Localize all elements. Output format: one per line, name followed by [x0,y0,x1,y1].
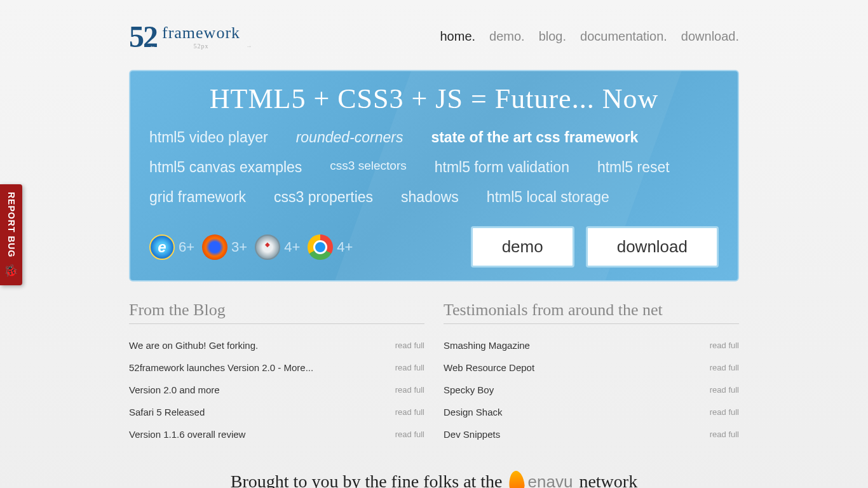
report-bug-tab[interactable]: REPORT BUG 🐞 [0,184,22,285]
blog-item: Version 2.0 and moreread full [129,379,424,401]
bug-icon: 🐞 [4,264,18,278]
browser-version: 6+ [179,239,194,255]
read-full-link[interactable]: read full [710,385,739,395]
testimonial-item-title[interactable]: Smashing Magazine [444,340,530,351]
blog-item: Version 1.1.6 overall reviewread full [129,423,424,445]
browser-ie: 6+ [149,234,194,260]
demo-button[interactable]: demo [471,226,574,268]
feature-cloud: html5 video playerrounded-cornersstate o… [149,126,719,217]
nav-link-documentation[interactable]: documentation. [580,29,667,44]
blog-heading: From the Blog [129,301,424,324]
nav-link-demo[interactable]: demo. [489,29,525,44]
testimonial-item-title[interactable]: Web Resource Depot [444,362,534,373]
footer-brand-link[interactable]: enavu [509,471,573,488]
browser-version: 3+ [231,239,247,255]
blog-item-title[interactable]: Version 1.1.6 overall review [129,429,245,440]
testimonials-heading: Testimonials from around the net [444,301,739,324]
logo[interactable]: 52 framework 52px [129,19,240,54]
read-full-link[interactable]: read full [395,430,424,439]
testimonial-item-title[interactable]: Design Shack [444,407,503,417]
download-button[interactable]: download [586,226,719,268]
feature-tag[interactable]: html5 local storage [487,189,609,206]
feature-tag[interactable]: html5 reset [597,159,670,176]
footer-post: network [579,471,637,488]
feature-tag[interactable]: grid framework [149,189,246,206]
testimonials-column: Testimonials from around the net Smashin… [444,301,739,445]
flame-icon [508,470,525,488]
read-full-link[interactable]: read full [710,341,739,350]
read-full-link[interactable]: read full [710,407,739,417]
testimonial-item: Design Shackread full [444,401,739,423]
nav-link-blog[interactable]: blog. [539,29,566,44]
feature-tag[interactable]: html5 form validation [435,159,569,176]
browser-chrome: 4+ [308,234,353,260]
read-full-link[interactable]: read full [395,407,424,417]
browser-version: 4+ [284,239,300,255]
nav-link-download[interactable]: download. [681,29,739,44]
footer-pre: Brought to you by the fine folks at the [231,471,503,488]
testimonial-item: Smashing Magazineread full [444,334,739,356]
read-full-link[interactable]: read full [710,430,739,439]
firefox-icon [202,234,227,260]
feature-tag[interactable]: shadows [401,189,459,206]
hero-title: HTML5 + CSS3 + JS = Future... Now [149,83,719,115]
logo-subtext: 52px [162,43,240,50]
testimonial-item-title[interactable]: Specky Boy [444,384,494,395]
blog-item-title[interactable]: Version 2.0 and more [129,384,220,395]
testimonial-item-title[interactable]: Dev Snippets [444,429,500,440]
browser-firefox: 3+ [202,234,247,260]
testimonial-item: Web Resource Depotread full [444,356,739,379]
chrome-icon [308,234,333,260]
logo-text: framework [162,24,240,43]
blog-item-title[interactable]: We are on Github! Get forking. [129,340,258,351]
blog-item-title[interactable]: Safari 5 Released [129,407,205,417]
read-full-link[interactable]: read full [395,341,424,350]
blog-column: From the Blog We are on Github! Get fork… [129,301,424,445]
feature-tag[interactable]: css3 selectors [330,159,406,176]
testimonial-item: Specky Boyread full [444,379,739,401]
blog-item-title[interactable]: 52framework launches Version 2.0 - More.… [129,362,313,373]
browser-version: 4+ [337,239,353,255]
browser-safari: 4+ [255,234,300,260]
browser-support: 6+3+4+4+ [149,234,353,260]
hero-banner: HTML5 + CSS3 + JS = Future... Now html5 … [129,70,739,281]
feature-tag[interactable]: html5 canvas examples [149,159,302,176]
footer: Brought to you by the fine folks at the … [129,471,739,488]
safari-icon [255,234,280,260]
read-full-link[interactable]: read full [710,363,739,372]
read-full-link[interactable]: read full [395,385,424,395]
feature-tag[interactable]: html5 video player [149,129,268,146]
header: 52 framework 52px home.demo.blog.documen… [129,13,739,70]
feature-tag[interactable]: css3 properties [274,189,373,206]
testimonial-item: Dev Snippetsread full [444,423,739,445]
blog-item: We are on Github! Get forking.read full [129,334,424,356]
feature-tag[interactable]: state of the art css framework [431,129,638,146]
footer-brand: enavu [528,472,573,489]
ie-icon [149,234,175,260]
report-bug-label: REPORT BUG [6,192,17,257]
read-full-link[interactable]: read full [395,363,424,372]
nav-link-home[interactable]: home. [440,29,475,44]
blog-item: 52framework launches Version 2.0 - More.… [129,356,424,379]
blog-item: Safari 5 Releasedread full [129,401,424,423]
feature-tag[interactable]: rounded-corners [296,129,403,146]
main-nav: home.demo.blog.documentation.download. [440,29,739,44]
